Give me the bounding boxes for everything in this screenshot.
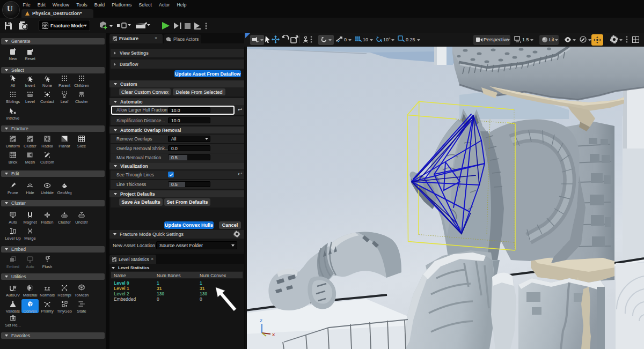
svg-text:X: X xyxy=(272,332,275,337)
svg-text:Z: Z xyxy=(260,318,262,323)
